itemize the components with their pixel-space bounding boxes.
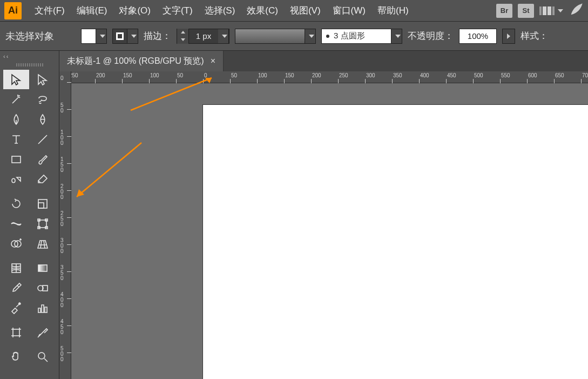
brush-value: 3 点圆形 bbox=[334, 31, 365, 41]
artboard[interactable] bbox=[203, 105, 588, 379]
svg-line-14 bbox=[77, 143, 141, 197]
brush-definition[interactable]: 3 点圆形 bbox=[321, 29, 402, 44]
tool-paintbrush[interactable] bbox=[30, 150, 56, 169]
bridge-badge[interactable]: Br bbox=[496, 4, 512, 18]
chevron-down-icon bbox=[558, 9, 563, 12]
tool-scale[interactable] bbox=[30, 194, 56, 214]
document-area: 未标题-1 @ 100% (RGB/GPU 预览) × 300250200150… bbox=[59, 51, 588, 379]
tool-pen[interactable] bbox=[3, 110, 29, 129]
panel-grip[interactable] bbox=[16, 63, 43, 67]
stroke-dropdown[interactable] bbox=[127, 29, 138, 44]
annotation-arrow-2 bbox=[66, 137, 152, 202]
menu-type[interactable]: 文字(T) bbox=[157, 2, 198, 19]
tool-artboard[interactable] bbox=[3, 323, 29, 342]
menu-file[interactable]: 文件(F) bbox=[29, 2, 70, 19]
document-tabstrip: 未标题-1 @ 100% (RGB/GPU 预览) × bbox=[59, 51, 588, 71]
tool-eraser[interactable] bbox=[30, 170, 56, 189]
tool-shaper[interactable] bbox=[3, 170, 29, 189]
stroke-stepper[interactable] bbox=[177, 29, 189, 44]
canvas[interactable] bbox=[71, 83, 588, 379]
tool-column-graph[interactable] bbox=[30, 298, 56, 318]
ruler-vertical[interactable]: 050100150200250300350400450500 bbox=[59, 71, 71, 379]
stroke-weight-dropdown[interactable] bbox=[218, 29, 229, 44]
workspace-switcher[interactable] bbox=[539, 6, 563, 15]
svg-point-11 bbox=[38, 353, 45, 359]
opacity-label: 不透明度： bbox=[408, 30, 454, 42]
tool-magic-wand[interactable] bbox=[3, 90, 29, 109]
tool-rotate[interactable] bbox=[3, 194, 29, 214]
fill-dropdown[interactable] bbox=[96, 29, 107, 44]
brush-dot-icon bbox=[326, 35, 329, 38]
tool-perspective-grid[interactable] bbox=[30, 234, 56, 254]
tool-width[interactable] bbox=[3, 214, 29, 234]
fill-swatch[interactable] bbox=[81, 29, 96, 44]
stroke-control[interactable] bbox=[112, 29, 138, 44]
tool-hand[interactable] bbox=[3, 347, 29, 367]
tool-shape-builder[interactable] bbox=[3, 234, 29, 254]
opacity-value[interactable]: 100% bbox=[459, 29, 497, 44]
svg-rect-7 bbox=[38, 265, 47, 271]
stroke-label: 描边： bbox=[144, 30, 171, 42]
menu-bar: Ai 文件(F) 编辑(E) 对象(O) 文字(T) 选择(S) 效果(C) 视… bbox=[0, 0, 588, 22]
collapse-panel-button[interactable]: ‹‹ bbox=[0, 51, 59, 62]
selection-status: 未选择对象 bbox=[5, 30, 76, 43]
profile-dropdown[interactable] bbox=[305, 29, 316, 44]
tools-panel: ‹‹ bbox=[0, 51, 59, 379]
profile-preview[interactable] bbox=[235, 29, 305, 44]
menu-select[interactable]: 选择(S) bbox=[199, 2, 241, 19]
menu-window[interactable]: 窗口(W) bbox=[327, 2, 371, 19]
options-bar: 未选择对象 描边： 1 px 3 点圆形 不透明度： 100% 样式： bbox=[0, 22, 588, 51]
svg-rect-1 bbox=[38, 200, 47, 208]
svg-rect-0 bbox=[12, 156, 21, 163]
tool-zoom[interactable] bbox=[30, 347, 56, 367]
menu-help[interactable]: 帮助(H) bbox=[372, 2, 414, 19]
stroke-profile[interactable] bbox=[235, 29, 316, 44]
stroke-weight[interactable]: 1 px bbox=[177, 29, 229, 44]
tool-mesh[interactable] bbox=[3, 258, 29, 278]
stroke-swatch[interactable] bbox=[112, 29, 127, 44]
fill-control[interactable] bbox=[81, 29, 107, 44]
tool-symbol-sprayer[interactable] bbox=[3, 298, 29, 318]
tool-slice[interactable] bbox=[30, 323, 56, 342]
tool-eyedropper[interactable] bbox=[3, 278, 29, 298]
opacity-dropdown[interactable] bbox=[502, 29, 515, 44]
menu-effect[interactable]: 效果(C) bbox=[241, 2, 283, 19]
svg-rect-10 bbox=[13, 329, 19, 336]
tool-line[interactable] bbox=[30, 130, 56, 149]
tool-blend[interactable] bbox=[30, 278, 56, 298]
tool-direct-selection[interactable] bbox=[30, 70, 56, 89]
menu-object[interactable]: 对象(O) bbox=[113, 2, 156, 19]
tool-selection[interactable] bbox=[3, 70, 29, 89]
tab-close-button[interactable]: × bbox=[211, 56, 215, 66]
search-icon[interactable] bbox=[569, 2, 584, 19]
svg-rect-2 bbox=[38, 203, 44, 208]
main-area: ‹‹ 未标题-1 @ 100% (RGB/GPU 预览) × 300250200… bbox=[0, 51, 588, 379]
menu-view[interactable]: 视图(V) bbox=[285, 2, 326, 19]
menu-edit[interactable]: 编辑(E) bbox=[71, 2, 113, 19]
tool-rectangle[interactable] bbox=[3, 150, 29, 169]
tool-lasso[interactable] bbox=[30, 90, 56, 109]
style-label: 样式： bbox=[521, 30, 548, 42]
app-logo: Ai bbox=[4, 2, 22, 19]
tool-free-transform[interactable] bbox=[30, 214, 56, 234]
tool-curvature[interactable] bbox=[30, 110, 56, 129]
stock-badge[interactable]: St bbox=[518, 4, 534, 18]
document-tab[interactable]: 未标题-1 @ 100% (RGB/GPU 预览) × bbox=[59, 51, 224, 71]
ruler-horizontal[interactable]: 3002502001501005005010015020025030035040… bbox=[71, 71, 588, 83]
brush-dropdown[interactable] bbox=[391, 29, 402, 44]
tab-title: 未标题-1 @ 100% (RGB/GPU 预览) bbox=[67, 56, 204, 67]
svg-marker-15 bbox=[77, 189, 84, 197]
tool-gradient[interactable] bbox=[30, 258, 56, 278]
brush-field[interactable]: 3 点圆形 bbox=[321, 29, 391, 44]
stroke-value[interactable]: 1 px bbox=[189, 31, 218, 41]
tool-type[interactable] bbox=[3, 130, 29, 149]
